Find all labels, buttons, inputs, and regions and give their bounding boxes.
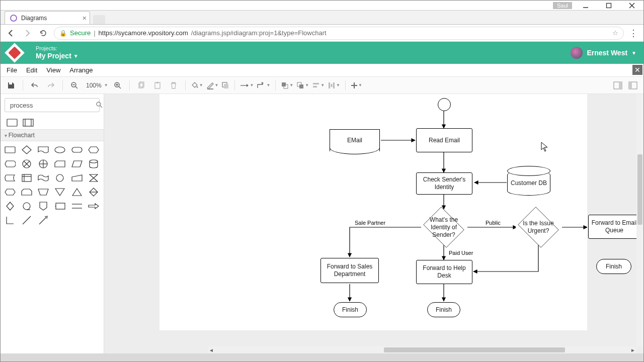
node-forward-help[interactable]: Forward to Help Desk bbox=[416, 260, 472, 284]
shape-ellipse[interactable] bbox=[54, 145, 65, 154]
shape-preparation[interactable] bbox=[5, 188, 16, 197]
shadow-button[interactable] bbox=[221, 81, 229, 89]
shape-document[interactable] bbox=[38, 145, 49, 154]
window-close-button[interactable] bbox=[620, 1, 643, 11]
vertical-scrollbar[interactable] bbox=[636, 94, 643, 346]
shape-display[interactable] bbox=[5, 159, 16, 168]
scroll-left-icon[interactable]: ◄ bbox=[208, 346, 215, 353]
connector-style-button[interactable]: ▼ bbox=[240, 82, 254, 88]
shape-collate[interactable] bbox=[88, 173, 99, 183]
shape-search[interactable] bbox=[5, 98, 100, 112]
browser-tab[interactable]: Diagrams × bbox=[5, 11, 90, 24]
bookmark-star-icon[interactable]: ☆ bbox=[612, 29, 618, 37]
zoom-out-button[interactable] bbox=[68, 79, 81, 92]
tab-close-icon[interactable]: × bbox=[83, 15, 87, 22]
shape-database[interactable] bbox=[88, 159, 99, 168]
node-forward-queue[interactable]: Forward to Email Queue bbox=[588, 215, 640, 239]
zoom-in-button[interactable] bbox=[111, 79, 124, 92]
to-back-button[interactable]: ▼ bbox=[296, 81, 309, 89]
project-selector[interactable]: Projects: My Project▼ bbox=[36, 45, 78, 60]
node-start[interactable] bbox=[438, 98, 451, 111]
reload-button[interactable] bbox=[38, 28, 49, 39]
shape-stored-data[interactable] bbox=[5, 173, 16, 183]
scrollbar-thumb[interactable] bbox=[384, 347, 565, 352]
shape-parallel[interactable] bbox=[71, 202, 83, 211]
horizontal-scrollbar[interactable]: ◄ ► bbox=[208, 346, 636, 353]
shape-internal-storage[interactable] bbox=[21, 173, 32, 183]
redo-button[interactable] bbox=[44, 79, 57, 92]
fill-color-button[interactable]: ▼ bbox=[191, 81, 203, 89]
forward-button[interactable] bbox=[22, 28, 33, 39]
node-urgent-decision[interactable]: Is the Issue Urgent? bbox=[516, 210, 561, 245]
waypoint-style-button[interactable]: ▼ bbox=[257, 82, 270, 89]
node-check-sender[interactable]: Check Sender's Identity bbox=[416, 172, 472, 195]
shape-loop-limit[interactable] bbox=[21, 188, 32, 197]
diagram-canvas[interactable]: EMail Read Email Check Sender's Identity… bbox=[159, 94, 587, 330]
close-panel-button[interactable]: ✕ bbox=[632, 65, 642, 75]
shape-sort2[interactable] bbox=[5, 202, 16, 211]
node-finish-3[interactable]: Finish bbox=[596, 259, 631, 274]
paste-button[interactable] bbox=[151, 79, 164, 92]
shape-process[interactable] bbox=[7, 118, 18, 127]
shape-manual-input[interactable] bbox=[71, 173, 83, 183]
shape-terminator[interactable] bbox=[71, 145, 83, 154]
node-read-email[interactable]: Read Email bbox=[416, 128, 472, 152]
shape-or[interactable] bbox=[38, 159, 49, 168]
shape-seq-access[interactable] bbox=[21, 202, 32, 211]
shape-search-input[interactable] bbox=[9, 101, 96, 110]
window-minimize-button[interactable] bbox=[574, 1, 597, 11]
shape-connector[interactable] bbox=[54, 173, 65, 183]
shape-diamond[interactable] bbox=[21, 145, 32, 154]
shape-line-arrow[interactable] bbox=[38, 216, 49, 225]
menu-file[interactable]: File bbox=[7, 66, 17, 74]
window-maximize-button[interactable] bbox=[597, 1, 620, 11]
node-email-document[interactable]: EMail bbox=[330, 129, 380, 151]
node-forward-sales[interactable]: Forward to Sales Department bbox=[320, 258, 379, 283]
save-button[interactable] bbox=[5, 79, 18, 92]
shape-tape[interactable] bbox=[38, 173, 49, 183]
new-tab-button[interactable] bbox=[93, 15, 105, 24]
shape-sort[interactable] bbox=[88, 188, 99, 197]
line-color-button[interactable]: ▼ bbox=[206, 81, 219, 89]
menu-view[interactable]: View bbox=[46, 66, 60, 74]
insert-button[interactable]: ▼ bbox=[351, 82, 362, 89]
user-menu[interactable]: Ernest West ▼ bbox=[571, 47, 636, 59]
menu-arrange[interactable]: Arrange bbox=[69, 66, 93, 74]
shape-annotation[interactable] bbox=[54, 202, 65, 211]
menu-edit[interactable]: Edit bbox=[26, 66, 37, 74]
scrollbar-thumb[interactable] bbox=[637, 154, 642, 225]
shape-predefined-process[interactable] bbox=[23, 118, 34, 127]
align-button[interactable]: ▼ bbox=[312, 81, 325, 89]
zoom-selector[interactable]: 100%▼ bbox=[84, 82, 108, 89]
shape-line[interactable] bbox=[21, 216, 32, 225]
shape-data[interactable] bbox=[71, 159, 83, 168]
shape-arrow[interactable] bbox=[88, 202, 99, 211]
shape-merge[interactable] bbox=[54, 188, 65, 197]
node-finish-1[interactable]: Finish bbox=[334, 302, 367, 317]
scroll-right-icon[interactable]: ► bbox=[629, 346, 636, 353]
shape-offpage[interactable] bbox=[38, 202, 49, 211]
project-name: My Project bbox=[36, 52, 71, 60]
canvas-area[interactable]: EMail Read Email Check Sender's Identity… bbox=[104, 94, 643, 353]
node-identity-decision[interactable]: What's the Identity of Sender? bbox=[421, 210, 466, 245]
node-finish-2[interactable]: Finish bbox=[427, 302, 460, 317]
shape-manual-op[interactable] bbox=[38, 188, 49, 197]
format-panel-toggle[interactable] bbox=[611, 79, 624, 92]
node-customer-db[interactable]: Customer DB bbox=[507, 170, 550, 196]
browser-menu-button[interactable]: ⋮ bbox=[629, 28, 638, 39]
copy-button[interactable] bbox=[135, 79, 148, 92]
back-button[interactable] bbox=[6, 28, 17, 39]
shape-angle[interactable] bbox=[5, 216, 16, 225]
to-front-button[interactable]: ▼ bbox=[281, 81, 293, 89]
shape-hexagon[interactable] bbox=[88, 145, 99, 154]
outline-panel-toggle[interactable] bbox=[626, 79, 639, 92]
shape-summing[interactable] bbox=[21, 159, 32, 168]
shape-card[interactable] bbox=[54, 159, 65, 168]
sidebar-section-flowchart[interactable]: Flowchart bbox=[1, 129, 104, 141]
address-bar[interactable]: 🔒 Secure | https://sycamore.vpository.co… bbox=[54, 27, 624, 40]
shape-rectangle[interactable] bbox=[5, 145, 16, 154]
undo-button[interactable] bbox=[28, 79, 41, 92]
delete-button[interactable] bbox=[167, 79, 180, 92]
distribute-button[interactable]: ▼ bbox=[328, 81, 340, 89]
shape-extract[interactable] bbox=[71, 188, 83, 197]
